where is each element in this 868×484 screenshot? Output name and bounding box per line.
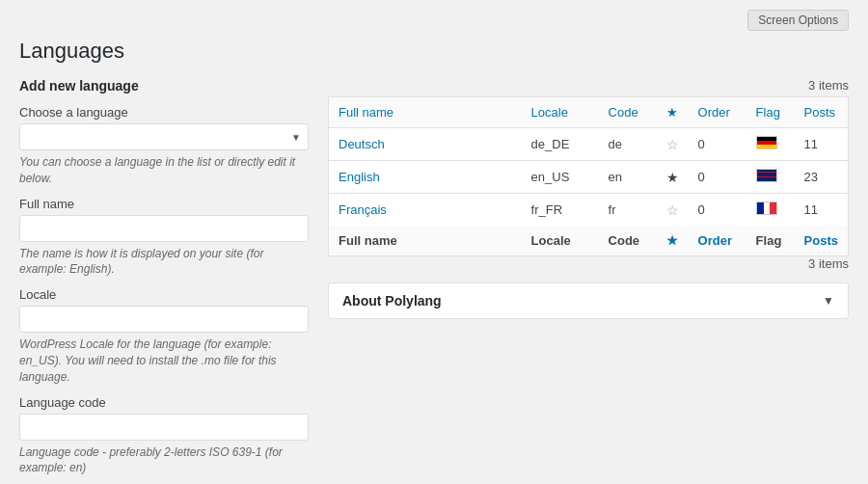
items-count-bottom: 3 items: [328, 256, 849, 271]
star-empty-icon: ☆: [666, 137, 679, 152]
about-polylang-section: About Polylang ▼: [328, 282, 849, 319]
items-count-top: 3 items: [328, 78, 849, 93]
star-empty-icon: ☆: [666, 202, 679, 218]
language-code-input[interactable]: [19, 414, 309, 441]
language-flag: [746, 128, 795, 161]
language-default-star[interactable]: ☆: [657, 194, 689, 227]
table-head-row: Full name Locale Code ★ Order: [329, 97, 849, 128]
star-filled-icon: ★: [666, 170, 679, 185]
language-code-description: Language code - preferably 2-letters ISO…: [19, 444, 309, 477]
add-language-title: Add new language: [19, 78, 309, 94]
locale-input[interactable]: [19, 306, 309, 333]
locale-description: WordPress Locale for the language (for e…: [19, 336, 309, 385]
full-name-description: The name is how it is displayed on your …: [19, 246, 309, 279]
choose-language-label: Choose a language: [19, 105, 309, 120]
about-polylang-header[interactable]: About Polylang ▼: [329, 283, 848, 318]
language-code: de: [599, 128, 657, 161]
flag-fr-icon: [756, 202, 777, 215]
locale-group: Locale WordPress Locale for the language…: [19, 287, 309, 385]
table-row: Deutschde_DEde☆011: [329, 128, 849, 161]
language-code-group: Language code Language code - preferably…: [19, 395, 309, 477]
language-posts: 11: [795, 128, 849, 161]
screen-options-button[interactable]: Screen Options: [747, 10, 849, 31]
col-header-full-name[interactable]: Full name: [329, 97, 522, 128]
language-flag: [746, 161, 795, 194]
language-order: 0: [689, 128, 746, 161]
language-code: fr: [599, 194, 657, 227]
table-row: Englishen_USen★023: [329, 161, 849, 194]
right-panel: 3 items Full name Locale Code: [328, 78, 849, 319]
page-wrapper: Screen Options Languages Add new languag…: [0, 0, 868, 484]
table-foot: Full name Locale Code ★ Order: [329, 226, 849, 256]
language-order: 0: [689, 161, 746, 194]
language-name-link[interactable]: English: [339, 170, 380, 184]
col-footer-order[interactable]: Order: [689, 226, 746, 256]
full-name-group: Full name The name is how it is displaye…: [19, 197, 309, 279]
choose-language-select[interactable]: [19, 123, 309, 150]
full-name-input[interactable]: [19, 215, 309, 242]
top-bar: Screen Options: [19, 10, 849, 31]
main-layout: Add new language Choose a language You c…: [19, 78, 849, 484]
table-foot-row: Full name Locale Code ★ Order: [329, 226, 849, 256]
left-panel: Add new language Choose a language You c…: [19, 78, 309, 484]
col-header-posts[interactable]: Posts: [795, 97, 849, 128]
choose-language-group: Choose a language You can choose a langu…: [19, 105, 309, 187]
language-name-link[interactable]: Français: [339, 202, 387, 217]
col-header-flag[interactable]: Flag: [746, 97, 795, 128]
col-footer-flag[interactable]: Flag: [746, 226, 795, 256]
about-polylang-title: About Polylang: [342, 293, 442, 309]
language-code: en: [599, 161, 657, 194]
col-header-locale[interactable]: Locale: [522, 97, 599, 128]
language-default-star[interactable]: ☆: [657, 128, 689, 161]
chevron-down-icon: ▼: [823, 294, 834, 308]
language-flag: [746, 194, 795, 227]
language-posts: 23: [795, 161, 849, 194]
col-footer-default[interactable]: ★: [657, 226, 689, 256]
page-title: Languages: [19, 39, 849, 64]
flag-de-icon: [756, 136, 777, 149]
language-posts: 11: [795, 194, 849, 227]
col-footer-full-name[interactable]: Full name: [329, 226, 522, 256]
col-footer-code[interactable]: Code: [599, 226, 657, 256]
language-locale: fr_FR: [522, 194, 599, 227]
col-footer-locale[interactable]: Locale: [522, 226, 599, 256]
table-head: Full name Locale Code ★ Order: [329, 97, 849, 128]
col-footer-posts[interactable]: Posts: [795, 226, 849, 256]
col-header-default[interactable]: ★: [657, 97, 689, 128]
table-row: Françaisfr_FRfr☆011: [329, 194, 849, 227]
language-locale: de_DE: [522, 128, 599, 161]
choose-language-description: You can choose a language in the list or…: [19, 154, 309, 187]
language-code-label: Language code: [19, 395, 309, 410]
choose-language-select-wrapper: [19, 123, 309, 150]
language-name-link[interactable]: Deutsch: [339, 137, 385, 151]
col-header-code[interactable]: Code: [599, 97, 657, 128]
language-locale: en_US: [522, 161, 599, 194]
languages-table: Full name Locale Code ★ Order: [328, 96, 849, 256]
full-name-label: Full name: [19, 197, 309, 211]
language-default-star[interactable]: ★: [657, 161, 689, 194]
locale-label: Locale: [19, 287, 309, 302]
flag-en-icon: [756, 169, 777, 182]
col-header-order[interactable]: Order: [689, 97, 746, 128]
table-body: Deutschde_DEde☆011Englishen_USen★023Fran…: [329, 128, 849, 227]
language-order: 0: [689, 194, 746, 227]
